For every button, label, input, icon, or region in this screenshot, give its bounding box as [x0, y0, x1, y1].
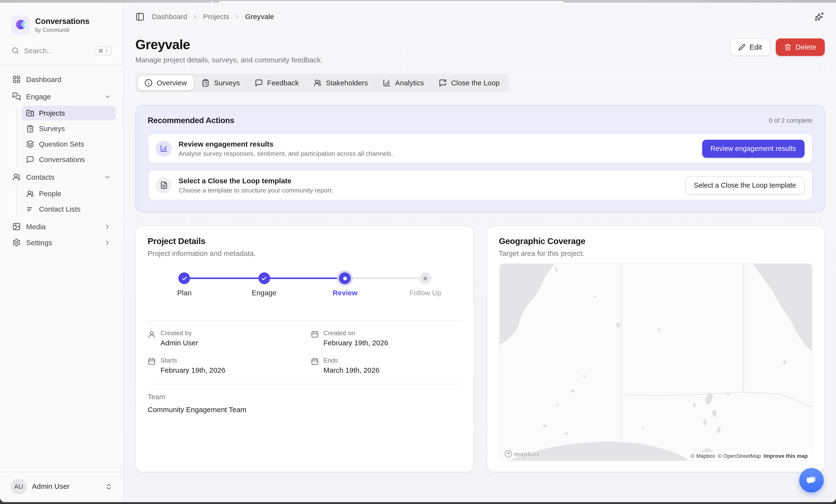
field-label: Created by	[160, 329, 198, 337]
edit-button[interactable]: Edit	[730, 38, 771, 56]
map-attribution: © Mapbox © OpenStreetMap Improve this ma…	[686, 452, 812, 461]
field-ends: Ends March 19th, 2026	[310, 357, 461, 374]
mapbox-logo-icon	[504, 450, 512, 458]
brand[interactable]: Conversations by Communiti	[0, 3, 123, 36]
select-close-the-loop-template-button[interactable]: Select a Close the Loop template	[685, 176, 804, 194]
user-menu[interactable]: AU Admin User	[0, 471, 123, 502]
project-stage-stepper: Plan Engage Review	[148, 272, 461, 306]
users-icon	[26, 190, 34, 198]
attribution-mapbox-link[interactable]: © Mapbox	[691, 453, 715, 459]
check-icon	[261, 275, 267, 281]
folder-kanban-icon	[26, 109, 34, 117]
sidebar-item-media[interactable]: Media	[7, 219, 116, 235]
screenshot-stage: Conversations by Communiti ⌘ / Dashboard	[0, 0, 836, 504]
action-title: Select a Close the Loop template	[178, 177, 333, 185]
sidebar-item-settings[interactable]: Settings	[7, 235, 116, 251]
chevrons-up-down-icon	[105, 483, 113, 490]
search-container: ⌘ /	[0, 36, 123, 65]
sidebar-item-question-sets[interactable]: Question Sets	[21, 136, 116, 151]
tab-overview[interactable]: Overview	[138, 76, 194, 90]
sidebar-toggle-icon[interactable]	[135, 12, 145, 21]
tab-feedback[interactable]: Feedback	[248, 76, 306, 90]
sidebar-item-dashboard[interactable]: Dashboard	[7, 71, 116, 87]
action-text: Review engagement results Analyse survey…	[178, 140, 393, 157]
tab-close-the-loop[interactable]: Close the Loop	[432, 76, 507, 90]
project-details-title: Project Details	[148, 237, 461, 247]
field-label: Ends	[323, 357, 380, 364]
recommended-actions-progress: 0 of 2 complete	[769, 117, 813, 124]
search-input[interactable]	[24, 47, 90, 55]
team-label: Team	[148, 393, 461, 401]
sidebar-sub-engage: Projects Surveys Question Sets	[16, 105, 116, 167]
chat-bubble-icon	[805, 474, 817, 486]
sparkles-icon[interactable]	[814, 12, 824, 21]
sidebar-group-contacts: Contacts People Contact Lists	[7, 169, 116, 216]
chevron-right-icon	[192, 13, 198, 20]
mapbox-logo[interactable]: mapbox	[504, 450, 540, 458]
field-value: March 19th, 2026	[323, 366, 380, 374]
sidebar: Conversations by Communiti ⌘ / Dashboard	[0, 3, 124, 502]
browser-chrome-sliver	[0, 0, 836, 3]
recommended-actions-card: Recommended Actions 0 of 2 complete Revi…	[135, 105, 825, 212]
team-value: Community Engagement Team	[148, 406, 461, 413]
chat-bubbles-icon	[12, 92, 21, 101]
app-byline: by Communiti	[35, 26, 89, 33]
tab-stakeholders[interactable]: Stakeholders	[307, 76, 375, 90]
chart-column-icon	[160, 144, 168, 152]
sidebar-item-label: Contacts	[26, 173, 54, 181]
project-details-subtitle: Project information and metadata.	[148, 250, 461, 257]
users-icon	[12, 173, 21, 181]
review-engagement-results-button[interactable]: Review engagement results	[702, 139, 804, 157]
topbar: Dashboard Projects Greyvale	[124, 3, 836, 31]
sidebar-item-label: Projects	[39, 109, 65, 117]
field-label: Created on	[323, 329, 388, 337]
user-icon	[148, 331, 156, 338]
step-engage[interactable]: Engage	[251, 272, 277, 297]
user-name: Admin User	[32, 483, 100, 490]
chart-column-icon	[383, 79, 391, 87]
action-row-review-results: Review engagement results Analyse survey…	[148, 133, 813, 164]
sidebar-item-contacts[interactable]: Contacts	[7, 169, 116, 185]
image-icon	[12, 222, 21, 231]
dashboard-grid-icon	[12, 75, 21, 84]
sidebar-item-people[interactable]: People	[21, 186, 116, 201]
step-plan[interactable]: Plan	[177, 272, 192, 297]
sidebar-item-label: Engage	[26, 92, 51, 100]
sidebar-item-engage[interactable]: Engage	[7, 89, 116, 104]
step-review[interactable]: Review	[332, 272, 358, 297]
step-label: Plan	[177, 289, 192, 297]
search-bar[interactable]: ⌘ /	[12, 44, 111, 57]
attribution-improve-link[interactable]: Improve this map	[764, 453, 808, 459]
breadcrumb: Dashboard Projects Greyvale	[152, 13, 274, 21]
coverage-map[interactable]: mapbox © Mapbox © OpenStreetMap Improve …	[499, 264, 813, 461]
breadcrumb-dashboard[interactable]: Dashboard	[152, 13, 187, 21]
sidebar-item-projects[interactable]: Projects	[21, 105, 116, 120]
message-share-icon	[439, 79, 447, 87]
team-section: Team Community Engagement Team	[148, 384, 461, 413]
tab-surveys[interactable]: Surveys	[195, 76, 247, 90]
breadcrumb-projects[interactable]: Projects	[203, 13, 229, 21]
message-square-icon	[26, 155, 34, 163]
step-label: Follow Up	[409, 289, 441, 297]
app-layout: Conversations by Communiti ⌘ / Dashboard	[0, 3, 836, 502]
sidebar-item-surveys[interactable]: Surveys	[21, 121, 116, 136]
delete-button[interactable]: Delete	[776, 38, 825, 56]
layers-icon	[26, 140, 34, 148]
recommended-actions-title: Recommended Actions	[148, 116, 234, 124]
gear-icon	[12, 238, 21, 247]
clipboard-list-icon	[202, 79, 210, 87]
sidebar-item-conversations[interactable]: Conversations	[21, 152, 116, 167]
attribution-osm-link[interactable]: © OpenStreetMap	[718, 453, 761, 459]
page-header: Greyvale Manage project details, surveys…	[124, 31, 836, 64]
search-shortcut-badge: ⌘ /	[95, 46, 112, 55]
project-details-card: Project Details Project information and …	[135, 226, 474, 472]
clipboard-list-icon	[26, 124, 34, 133]
chevron-right-icon	[234, 13, 240, 20]
tab-analytics[interactable]: Analytics	[376, 76, 431, 90]
sidebar-item-contact-lists[interactable]: Contact Lists	[21, 201, 116, 216]
action-description: Choose a template to structure your comm…	[178, 186, 333, 194]
geographic-coverage-title: Geographic Coverage	[499, 237, 813, 247]
check-icon	[182, 275, 187, 281]
chat-widget-button[interactable]	[799, 468, 824, 492]
step-follow-up[interactable]: Follow Up	[409, 272, 441, 297]
